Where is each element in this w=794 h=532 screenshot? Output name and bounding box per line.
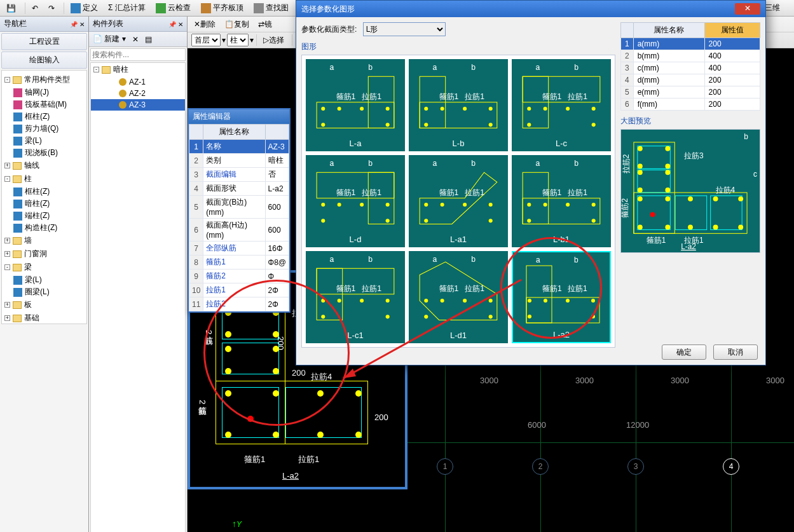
find-img-button[interactable]: 查找图 — [250, 1, 292, 15]
dim-label: 3000 — [766, 376, 784, 385]
svg-point-38 — [321, 203, 325, 207]
property-row[interactable]: 8箍筋1Φ8@ — [189, 256, 289, 269]
nav-group[interactable]: +基础 — [2, 311, 86, 324]
dialog-titlebar[interactable]: 选择参数化图形 ✕ — [296, 1, 765, 17]
svg-text:拉筋4: 拉筋4 — [716, 186, 736, 194]
section-type-select[interactable]: L形 — [363, 22, 446, 36]
nav-item[interactable]: 暗柱(Z) — [2, 198, 86, 210]
nav-item[interactable]: 剪力墙(Q) — [2, 123, 86, 135]
property-row[interactable]: 5截面宽(B边)(mm)600 — [189, 196, 289, 219]
nav-item[interactable]: 构造柱(Z) — [2, 222, 86, 234]
shape-option[interactable]: ab 箍筋1拉筋1 L-a2 — [512, 251, 611, 343]
save-button[interactable]: 💾 — [3, 3, 20, 14]
property-row[interactable]: 1名称AZ-3 — [189, 140, 289, 154]
cancel-button[interactable]: 取消 — [713, 344, 758, 360]
nav-group[interactable]: -梁 — [2, 261, 86, 274]
type-select[interactable]: 柱 — [227, 34, 249, 46]
component-item[interactable]: AZ-1 — [91, 76, 185, 88]
svg-point-51 — [463, 203, 467, 207]
property-row[interactable]: 2类别暗柱 — [189, 154, 289, 168]
new-button[interactable]: 📄 新建 ▾ — [90, 33, 128, 45]
svg-point-120 — [665, 188, 670, 193]
redo-button[interactable]: ↷ — [44, 3, 58, 14]
nav-group[interactable]: -常用构件类型 — [2, 73, 86, 86]
comp-close-icon[interactable]: ✕ — [178, 21, 183, 28]
tree-root[interactable]: -暗柱 — [91, 63, 185, 76]
draw-delete-button[interactable]: ✕ 删除 — [190, 18, 219, 31]
dim-label: 12000 — [626, 420, 649, 430]
svg-point-4 — [360, 107, 364, 111]
property-row[interactable]: 10拉筋12Φ — [189, 283, 289, 297]
shape-option[interactable]: ab 箍筋1拉筋1 L-b — [409, 59, 508, 151]
attr-row[interactable]: 6f(mm)200 — [621, 99, 760, 111]
svg-text:拉筋1: 拉筋1 — [362, 92, 381, 101]
draw-input-button[interactable]: 绘图输入 — [1, 51, 87, 69]
svg-point-74 — [338, 299, 341, 303]
nav-group[interactable]: +门窗洞 — [2, 247, 86, 261]
attr-row[interactable]: 3c(mm)400 — [621, 62, 760, 74]
nav-pin-icon[interactable]: 📌 — [70, 21, 78, 28]
attr-row[interactable]: 2b(mm)400 — [621, 50, 760, 62]
attr-row[interactable]: 1a(mm)200 — [621, 38, 760, 50]
nav-item[interactable]: 筏板基础(M) — [2, 99, 86, 111]
select-button[interactable]: ▷ 选择 — [259, 34, 288, 47]
svg-point-124 — [713, 196, 718, 201]
nav-group[interactable]: +板 — [2, 298, 86, 311]
nav-group[interactable]: +轴线 — [2, 159, 86, 172]
svg-point-113 — [638, 146, 643, 151]
shape-option[interactable]: ab 箍筋1拉筋1 L-c1 — [306, 251, 405, 343]
shape-option[interactable]: ab 箍筋1拉筋1 L-d1 — [409, 251, 508, 343]
nav-item[interactable]: 端柱(Z) — [2, 210, 86, 222]
shape-option[interactable]: ab 箍筋1拉筋1 L-a1 — [409, 155, 508, 247]
nav-item[interactable]: 现浇板(B) — [2, 147, 86, 159]
ok-button[interactable]: 确定 — [662, 344, 706, 360]
nav-item[interactable]: 轴网(J) — [2, 86, 86, 99]
property-row[interactable]: 4截面形状L-a2 — [189, 182, 289, 196]
nav-item[interactable]: 框柱(Z) — [2, 111, 86, 123]
draw-copy-button[interactable]: 📋 复制 — [221, 18, 253, 31]
property-row[interactable]: 11拉筋22Φ — [189, 297, 289, 311]
floor-select[interactable]: 首层 — [191, 34, 221, 46]
shape-option[interactable]: ab 箍筋1拉筋1 L-a — [306, 59, 405, 151]
comp-pin-icon[interactable]: 📌 — [168, 21, 176, 28]
nav-close-icon[interactable]: ✕ — [79, 21, 85, 28]
svg-point-49 — [424, 203, 428, 207]
shape-option[interactable]: ab 箍筋1拉筋1 L-c — [512, 59, 611, 151]
nav-item[interactable]: 框柱(Z) — [2, 186, 86, 198]
level-top-button[interactable]: 平齐板顶 — [197, 1, 247, 15]
nav-group[interactable]: +墙 — [2, 234, 86, 247]
property-row[interactable]: 7全部纵筋16Φ — [189, 242, 289, 256]
close-icon[interactable]: ✕ — [735, 3, 760, 15]
property-row[interactable]: 9箍筋2Φ — [189, 269, 289, 283]
svg-text:拉筋1: 拉筋1 — [568, 92, 587, 101]
shape-option[interactable]: ab 箍筋1拉筋1 L-b1 — [512, 155, 611, 247]
draw-mirror-button[interactable]: ⇄ 镜 — [254, 18, 276, 31]
dim3-button[interactable]: 三维 — [765, 3, 780, 13]
svg-point-99 — [591, 299, 595, 303]
shape-option[interactable]: ab 箍筋1拉筋1 L-d — [306, 155, 405, 247]
define-button[interactable]: 定义 — [67, 1, 102, 15]
delete-comp-button[interactable]: ✕ — [130, 34, 141, 44]
cloud-check-button[interactable]: 云检查 — [152, 1, 195, 15]
component-item[interactable]: AZ-3 — [91, 99, 185, 111]
svg-point-114 — [665, 146, 670, 151]
property-row[interactable]: 6截面高(H边)(mm)600 — [189, 219, 289, 242]
svg-text:a: a — [432, 256, 437, 264]
project-settings-button[interactable]: 工程设置 — [1, 33, 87, 50]
nav-group[interactable]: -柱 — [2, 172, 86, 186]
svg-point-6 — [321, 123, 325, 126]
nav-item[interactable]: 圈梁(L) — [2, 286, 86, 298]
nav-item[interactable]: 梁(L) — [2, 274, 86, 286]
property-row[interactable]: 3截面编辑否 — [189, 168, 289, 182]
svg-point-40 — [360, 203, 364, 207]
comp-more-button[interactable]: ▤ — [142, 34, 154, 44]
svg-text:箍筋1: 箍筋1 — [542, 92, 562, 101]
component-item[interactable]: AZ-2 — [91, 88, 185, 99]
svg-text:b: b — [368, 64, 373, 72]
search-input[interactable] — [92, 50, 184, 59]
undo-button[interactable]: ↶ — [28, 3, 42, 14]
attr-row[interactable]: 5e(mm)200 — [621, 86, 760, 99]
sum-calc-button[interactable]: Σ 汇总计算 — [104, 1, 149, 15]
attr-row[interactable]: 4d(mm)200 — [621, 74, 760, 86]
nav-item[interactable]: 梁(L) — [2, 135, 86, 147]
